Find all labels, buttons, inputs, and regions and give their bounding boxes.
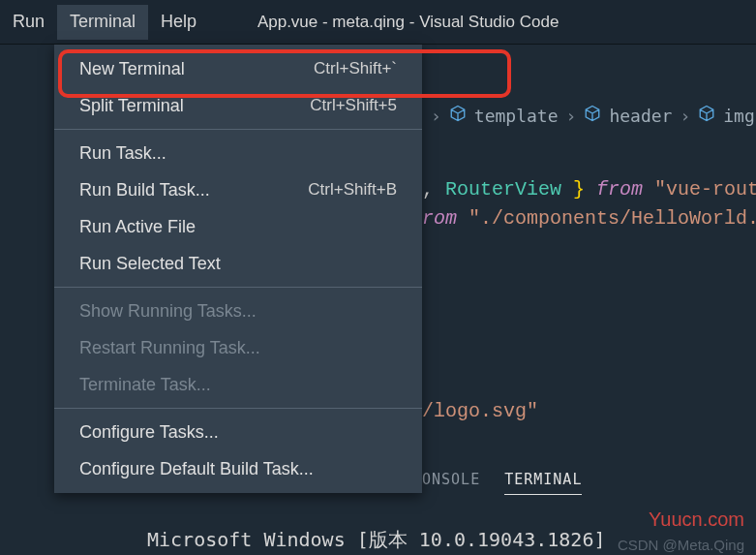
code-line[interactable]: /logo.svg" [422, 400, 538, 422]
menu-run-active-file[interactable]: Run Active File [54, 208, 422, 245]
menu-restart-running-task: Restart Running Task... [54, 329, 422, 366]
cube-icon [449, 105, 467, 126]
menu-items: Run Terminal Help [0, 0, 209, 44]
menu-item-label: Run Selected Text [79, 254, 221, 274]
menu-terminate-task: Terminate Task... [54, 366, 422, 403]
menu-configure-tasks[interactable]: Configure Tasks... [54, 414, 422, 450]
terminal-output[interactable]: Microsoft Windows [版本 10.0.19043.1826] [147, 527, 605, 553]
menu-run[interactable]: Run [0, 5, 57, 40]
menu-item-label: Terminate Task... [79, 375, 211, 395]
menu-item-label: Split Terminal [79, 96, 184, 116]
menu-new-terminal[interactable]: New Terminal Ctrl+Shift+` [54, 50, 422, 87]
menu-item-shortcut: Ctrl+Shift+B [308, 180, 397, 200]
menu-item-label: Run Active File [79, 217, 196, 237]
menu-item-label: Configure Tasks... [79, 422, 219, 443]
menu-separator [54, 129, 422, 130]
menu-item-shortcut: Ctrl+Shift+` [314, 59, 397, 78]
menu-run-build-task[interactable]: Run Build Task... Ctrl+Shift+B [54, 171, 422, 208]
chevron-right-icon: › [680, 106, 690, 126]
code-line[interactable]: , RouterView } from "vue-rout [422, 178, 756, 200]
breadcrumb[interactable]: › template › header › img.l [431, 105, 756, 126]
menu-terminal[interactable]: Terminal [57, 5, 148, 40]
watermark-csdn: CSDN @Meta.Qing [618, 537, 744, 553]
breadcrumb-item[interactable]: header [609, 106, 672, 126]
menu-configure-default-build-task[interactable]: Configure Default Build Task... [54, 450, 422, 487]
tab-terminal[interactable]: TERMINAL [504, 471, 582, 495]
menu-item-label: Show Running Tasks... [79, 301, 257, 322]
menu-separator [54, 287, 422, 288]
terminal-menu-dropdown: New Terminal Ctrl+Shift+` Split Terminal… [54, 45, 422, 493]
menu-item-label: Run Task... [79, 143, 166, 164]
menu-item-label: Restart Running Task... [79, 338, 260, 358]
menu-item-shortcut: Ctrl+Shift+5 [310, 96, 397, 115]
menu-split-terminal[interactable]: Split Terminal Ctrl+Shift+5 [54, 87, 422, 124]
watermark-yuucn: Yuucn.com [649, 509, 744, 531]
tab-console[interactable]: ONSOLE [422, 471, 480, 495]
menu-bar: Run Terminal Help App.vue - meta.qing - … [0, 0, 756, 45]
menu-item-label: Run Build Task... [79, 180, 210, 200]
menu-show-running-tasks: Show Running Tasks... [54, 293, 422, 329]
menu-separator [54, 408, 422, 409]
panel-tabs: ONSOLE TERMINAL [422, 471, 582, 495]
window-title: App.vue - meta.qing - Visual Studio Code [257, 13, 559, 32]
breadcrumb-item[interactable]: img.l [723, 106, 756, 126]
menu-item-label: New Terminal [79, 59, 185, 79]
chevron-right-icon: › [431, 106, 441, 126]
cube-icon [698, 105, 715, 126]
menu-run-selected-text[interactable]: Run Selected Text [54, 245, 422, 282]
cube-icon [584, 105, 601, 126]
code-line[interactable]: rom "./components/HelloWorld. [422, 207, 756, 230]
menu-help[interactable]: Help [148, 5, 209, 40]
breadcrumb-item[interactable]: template [474, 106, 559, 126]
chevron-right-icon: › [566, 106, 577, 126]
menu-run-task[interactable]: Run Task... [54, 135, 422, 171]
menu-item-label: Configure Default Build Task... [79, 459, 314, 479]
